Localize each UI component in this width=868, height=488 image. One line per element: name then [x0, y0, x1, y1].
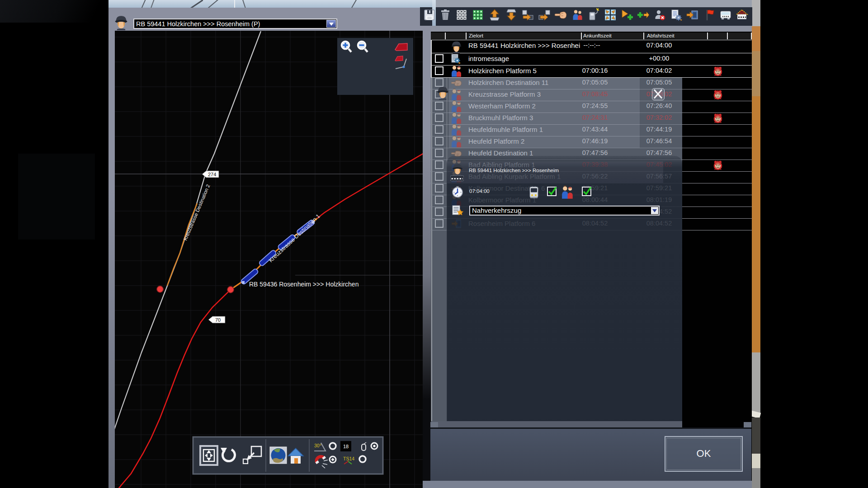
svg-text:Kreuzstrasse Destination 2: Kreuzstrasse Destination 2 [182, 183, 211, 241]
svg-text:Kreuzstrasse Destination 1: Kreuzstrasse Destination 1 [268, 213, 321, 263]
svg-text:70: 70 [215, 317, 221, 323]
svg-text:30°: 30° [314, 443, 321, 448]
svg-text:18: 18 [343, 444, 349, 449]
svg-text:274: 274 [208, 172, 216, 177]
svg-text:RB 59436 Rosenheim >>> Holzkir: RB 59436 Rosenheim >>> Holzkirchen [249, 281, 359, 288]
svg-text:TS14: TS14 [343, 456, 354, 461]
